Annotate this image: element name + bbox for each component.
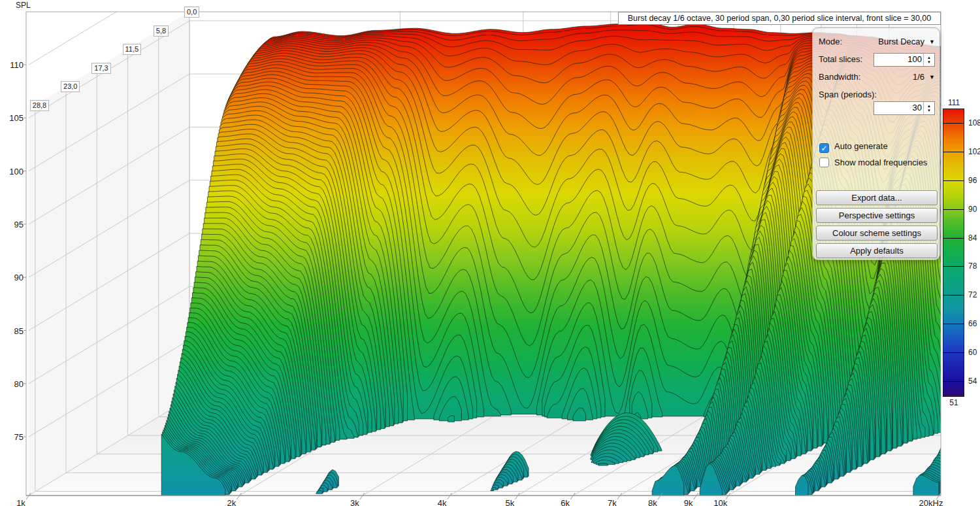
colorbar-tick [943,238,964,239]
colorbar-tick [943,266,964,267]
colorbar-tick [943,180,964,181]
bandwidth-label: Bandwidth: [819,71,860,84]
total-slices-row: Total slices: ▲▼ [819,53,935,66]
rew-burst-decay-window: SPL 1101051009590858075 1k2k3k4k5k6k7k8k… [0,0,980,506]
chevron-down-icon: ▼ [929,35,935,48]
period-tick-label: 11,5 [123,44,142,55]
spinner-arrows-icon[interactable]: ▲▼ [923,54,934,66]
colorbar-tick-label: 84 [968,233,977,243]
freq-tick-label: 3k [350,498,359,506]
bandwidth-combobox[interactable]: 1/6▼ [913,71,935,84]
freq-tick-label: 5k [506,498,515,506]
period-tick-label: 23,0 [61,81,80,92]
spl-tick-label: 75 [1,432,24,442]
mode-combobox[interactable]: Burst Decay▼ [878,35,935,48]
export-data-button[interactable]: Export data... [816,190,938,205]
spl-tick-label: 110 [1,60,24,70]
span-periods-row: Span (periods): ▲▼ [819,88,935,101]
freq-tick-label: 4k [438,498,447,506]
colorbar-tick [943,123,964,124]
spl-tick-label: 105 [1,113,24,123]
spl-tick-label: 85 [1,326,24,335]
colorbar-tick [943,209,964,210]
colorbar-tick-label: 102 [968,147,980,156]
show-modal-frequencies-checkbox-row[interactable]: Show modal frequencies [819,158,927,168]
plot-status-bar: Burst decay 1/6 octave, 30 period span, … [618,12,941,25]
period-tick-label: 0,0 [184,7,199,18]
colorbar-tick-label: 60 [968,348,977,357]
colorbar-tick-label: 90 [968,205,977,214]
colorbar-tick-label: 96 [968,176,977,185]
freq-tick-label: 10k [713,498,727,506]
freq-tick-label: 20kHz [919,498,943,506]
spl-tick-label: 95 [1,219,24,229]
total-slices-spinner[interactable]: ▲▼ [874,53,935,67]
spinner-arrows-icon[interactable]: ▲▼ [923,102,934,114]
apply-defaults-button[interactable]: Apply defaults [816,243,938,258]
period-tick-label: 28,8 [30,100,49,111]
colorbar-tick [943,381,964,382]
mode-row: Mode: Burst Decay▼ [819,35,935,48]
perspective-settings-button[interactable]: Perspective settings [816,208,938,223]
colorbar-tick [943,152,964,152]
span-periods-label: Span (periods): [819,88,877,101]
freq-tick-label: 9k [684,498,693,506]
freq-tick-label: 8k [648,498,657,506]
spl-tick-label: 100 [1,166,24,176]
spl-colour-scale: 111 51 1081029690847872666054 [943,98,980,412]
chevron-down-icon: ▼ [929,71,935,84]
total-slices-input[interactable] [874,54,924,65]
spl-axis-title: SPL [16,1,31,10]
total-slices-label: Total slices: [819,53,862,66]
period-tick-label: 5,8 [154,25,169,37]
checkbox-checked-icon[interactable]: ✓ [819,143,829,153]
show-modal-frequencies-label: Show modal frequencies [834,158,927,167]
bandwidth-row: Bandwidth: 1/6▼ [819,71,935,84]
burst-decay-control-panel: Mode: Burst Decay▼ Total slices: ▲▼ Band… [812,27,940,260]
colorbar-tick-label: 78 [968,261,977,271]
freq-tick-label: 6k [561,498,570,506]
freq-tick-label: 7k [608,498,617,506]
auto-generate-checkbox-row[interactable]: ✓Auto generate [819,141,888,152]
mode-label: Mode: [819,35,842,48]
auto-generate-label: Auto generate [834,141,888,151]
colorbar-min-label: 51 [943,398,965,407]
period-tick-label: 17,3 [91,63,110,74]
colorbar-tick [943,352,964,353]
freq-tick-label: 2k [227,498,236,506]
colorbar-tick [943,295,964,295]
spl-tick-label: 80 [1,379,24,388]
colorbar-max-label: 111 [943,98,965,107]
colorbar-tick-label: 66 [968,319,977,328]
colour-scheme-settings-button[interactable]: Colour scheme settings [816,226,938,241]
span-periods-spinner[interactable]: ▲▼ [874,101,935,115]
colorbar-tick [943,324,964,324]
span-periods-input[interactable] [874,102,924,113]
colorbar-tick-label: 72 [968,290,977,299]
spl-tick-label: 90 [1,273,24,282]
colorbar-tick-label: 54 [968,377,977,386]
colorbar-tick-label: 108 [968,118,980,127]
checkbox-unchecked-icon[interactable] [819,158,829,167]
freq-tick-label: 1k [16,498,25,506]
